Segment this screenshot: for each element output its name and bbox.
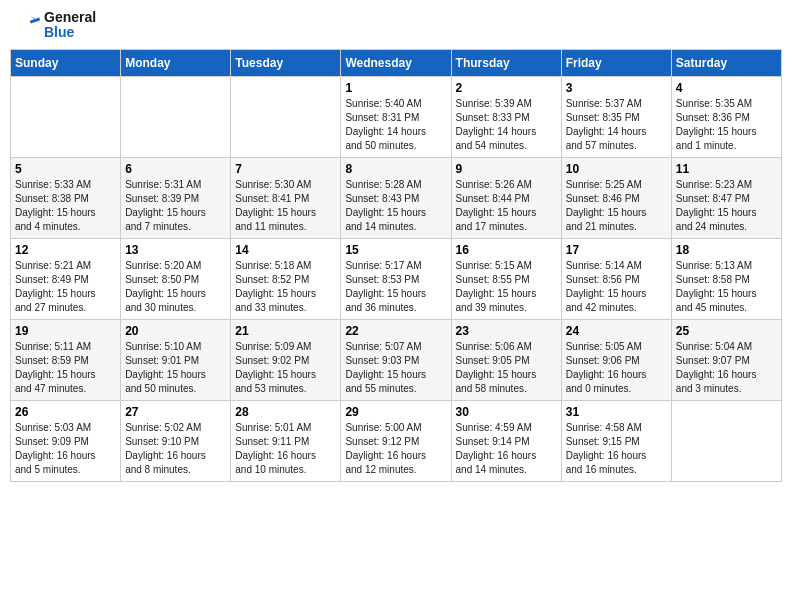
calendar-cell: 10Sunrise: 5:25 AM Sunset: 8:46 PM Dayli… xyxy=(561,157,671,238)
day-number: 4 xyxy=(676,81,777,95)
day-info: Sunrise: 5:13 AM Sunset: 8:58 PM Dayligh… xyxy=(676,259,777,315)
day-number: 9 xyxy=(456,162,557,176)
calendar-cell: 7Sunrise: 5:30 AM Sunset: 8:41 PM Daylig… xyxy=(231,157,341,238)
day-info: Sunrise: 5:15 AM Sunset: 8:55 PM Dayligh… xyxy=(456,259,557,315)
day-number: 27 xyxy=(125,405,226,419)
day-number: 30 xyxy=(456,405,557,419)
calendar-cell: 1Sunrise: 5:40 AM Sunset: 8:31 PM Daylig… xyxy=(341,76,451,157)
svg-rect-0 xyxy=(14,11,42,39)
day-info: Sunrise: 5:01 AM Sunset: 9:11 PM Dayligh… xyxy=(235,421,336,477)
calendar-cell xyxy=(121,76,231,157)
calendar-cell: 31Sunrise: 4:58 AM Sunset: 9:15 PM Dayli… xyxy=(561,400,671,481)
day-info: Sunrise: 5:02 AM Sunset: 9:10 PM Dayligh… xyxy=(125,421,226,477)
day-number: 12 xyxy=(15,243,116,257)
calendar-cell: 13Sunrise: 5:20 AM Sunset: 8:50 PM Dayli… xyxy=(121,238,231,319)
logo-svg xyxy=(14,11,42,39)
day-number: 18 xyxy=(676,243,777,257)
calendar-cell: 2Sunrise: 5:39 AM Sunset: 8:33 PM Daylig… xyxy=(451,76,561,157)
calendar-cell: 15Sunrise: 5:17 AM Sunset: 8:53 PM Dayli… xyxy=(341,238,451,319)
calendar-week-4: 19Sunrise: 5:11 AM Sunset: 8:59 PM Dayli… xyxy=(11,319,782,400)
day-info: Sunrise: 5:11 AM Sunset: 8:59 PM Dayligh… xyxy=(15,340,116,396)
weekday-header-tuesday: Tuesday xyxy=(231,49,341,76)
day-info: Sunrise: 5:21 AM Sunset: 8:49 PM Dayligh… xyxy=(15,259,116,315)
calendar-week-1: 1Sunrise: 5:40 AM Sunset: 8:31 PM Daylig… xyxy=(11,76,782,157)
day-info: Sunrise: 4:59 AM Sunset: 9:14 PM Dayligh… xyxy=(456,421,557,477)
calendar-cell: 25Sunrise: 5:04 AM Sunset: 9:07 PM Dayli… xyxy=(671,319,781,400)
day-info: Sunrise: 5:40 AM Sunset: 8:31 PM Dayligh… xyxy=(345,97,446,153)
day-number: 17 xyxy=(566,243,667,257)
logo-general-text: General xyxy=(44,10,96,25)
calendar-cell: 18Sunrise: 5:13 AM Sunset: 8:58 PM Dayli… xyxy=(671,238,781,319)
day-number: 14 xyxy=(235,243,336,257)
day-info: Sunrise: 5:39 AM Sunset: 8:33 PM Dayligh… xyxy=(456,97,557,153)
day-number: 22 xyxy=(345,324,446,338)
day-info: Sunrise: 5:06 AM Sunset: 9:05 PM Dayligh… xyxy=(456,340,557,396)
weekday-header-wednesday: Wednesday xyxy=(341,49,451,76)
day-info: Sunrise: 5:31 AM Sunset: 8:39 PM Dayligh… xyxy=(125,178,226,234)
day-info: Sunrise: 5:18 AM Sunset: 8:52 PM Dayligh… xyxy=(235,259,336,315)
day-number: 3 xyxy=(566,81,667,95)
calendar-cell: 8Sunrise: 5:28 AM Sunset: 8:43 PM Daylig… xyxy=(341,157,451,238)
weekday-header-sunday: Sunday xyxy=(11,49,121,76)
day-number: 19 xyxy=(15,324,116,338)
weekday-header-monday: Monday xyxy=(121,49,231,76)
calendar-cell: 27Sunrise: 5:02 AM Sunset: 9:10 PM Dayli… xyxy=(121,400,231,481)
day-info: Sunrise: 5:10 AM Sunset: 9:01 PM Dayligh… xyxy=(125,340,226,396)
calendar-week-5: 26Sunrise: 5:03 AM Sunset: 9:09 PM Dayli… xyxy=(11,400,782,481)
page-header: General Blue xyxy=(10,10,782,41)
calendar-cell: 30Sunrise: 4:59 AM Sunset: 9:14 PM Dayli… xyxy=(451,400,561,481)
day-info: Sunrise: 5:26 AM Sunset: 8:44 PM Dayligh… xyxy=(456,178,557,234)
calendar-cell: 17Sunrise: 5:14 AM Sunset: 8:56 PM Dayli… xyxy=(561,238,671,319)
calendar-cell: 29Sunrise: 5:00 AM Sunset: 9:12 PM Dayli… xyxy=(341,400,451,481)
calendar-cell: 16Sunrise: 5:15 AM Sunset: 8:55 PM Dayli… xyxy=(451,238,561,319)
day-info: Sunrise: 5:33 AM Sunset: 8:38 PM Dayligh… xyxy=(15,178,116,234)
day-info: Sunrise: 5:37 AM Sunset: 8:35 PM Dayligh… xyxy=(566,97,667,153)
day-number: 5 xyxy=(15,162,116,176)
day-info: Sunrise: 5:03 AM Sunset: 9:09 PM Dayligh… xyxy=(15,421,116,477)
calendar-cell: 21Sunrise: 5:09 AM Sunset: 9:02 PM Dayli… xyxy=(231,319,341,400)
calendar-cell: 5Sunrise: 5:33 AM Sunset: 8:38 PM Daylig… xyxy=(11,157,121,238)
day-info: Sunrise: 4:58 AM Sunset: 9:15 PM Dayligh… xyxy=(566,421,667,477)
day-number: 21 xyxy=(235,324,336,338)
day-number: 20 xyxy=(125,324,226,338)
calendar-cell: 9Sunrise: 5:26 AM Sunset: 8:44 PM Daylig… xyxy=(451,157,561,238)
day-info: Sunrise: 5:20 AM Sunset: 8:50 PM Dayligh… xyxy=(125,259,226,315)
day-info: Sunrise: 5:17 AM Sunset: 8:53 PM Dayligh… xyxy=(345,259,446,315)
day-number: 10 xyxy=(566,162,667,176)
calendar-cell: 12Sunrise: 5:21 AM Sunset: 8:49 PM Dayli… xyxy=(11,238,121,319)
day-info: Sunrise: 5:14 AM Sunset: 8:56 PM Dayligh… xyxy=(566,259,667,315)
weekday-header-friday: Friday xyxy=(561,49,671,76)
calendar-cell: 23Sunrise: 5:06 AM Sunset: 9:05 PM Dayli… xyxy=(451,319,561,400)
calendar-cell: 19Sunrise: 5:11 AM Sunset: 8:59 PM Dayli… xyxy=(11,319,121,400)
day-info: Sunrise: 5:25 AM Sunset: 8:46 PM Dayligh… xyxy=(566,178,667,234)
day-info: Sunrise: 5:30 AM Sunset: 8:41 PM Dayligh… xyxy=(235,178,336,234)
day-number: 28 xyxy=(235,405,336,419)
calendar-week-3: 12Sunrise: 5:21 AM Sunset: 8:49 PM Dayli… xyxy=(11,238,782,319)
calendar-cell xyxy=(231,76,341,157)
day-info: Sunrise: 5:23 AM Sunset: 8:47 PM Dayligh… xyxy=(676,178,777,234)
weekday-header-thursday: Thursday xyxy=(451,49,561,76)
day-number: 24 xyxy=(566,324,667,338)
day-info: Sunrise: 5:09 AM Sunset: 9:02 PM Dayligh… xyxy=(235,340,336,396)
day-info: Sunrise: 5:28 AM Sunset: 8:43 PM Dayligh… xyxy=(345,178,446,234)
day-number: 16 xyxy=(456,243,557,257)
day-number: 13 xyxy=(125,243,226,257)
calendar-week-2: 5Sunrise: 5:33 AM Sunset: 8:38 PM Daylig… xyxy=(11,157,782,238)
day-number: 2 xyxy=(456,81,557,95)
day-number: 31 xyxy=(566,405,667,419)
weekday-header-saturday: Saturday xyxy=(671,49,781,76)
calendar-cell: 24Sunrise: 5:05 AM Sunset: 9:06 PM Dayli… xyxy=(561,319,671,400)
calendar-cell xyxy=(671,400,781,481)
calendar-cell xyxy=(11,76,121,157)
calendar-cell: 4Sunrise: 5:35 AM Sunset: 8:36 PM Daylig… xyxy=(671,76,781,157)
day-number: 15 xyxy=(345,243,446,257)
calendar-table: SundayMondayTuesdayWednesdayThursdayFrid… xyxy=(10,49,782,482)
logo: General Blue xyxy=(14,10,96,41)
day-number: 26 xyxy=(15,405,116,419)
day-info: Sunrise: 5:04 AM Sunset: 9:07 PM Dayligh… xyxy=(676,340,777,396)
day-number: 8 xyxy=(345,162,446,176)
day-number: 6 xyxy=(125,162,226,176)
calendar-cell: 3Sunrise: 5:37 AM Sunset: 8:35 PM Daylig… xyxy=(561,76,671,157)
day-number: 7 xyxy=(235,162,336,176)
logo-blue-text: Blue xyxy=(44,25,96,40)
